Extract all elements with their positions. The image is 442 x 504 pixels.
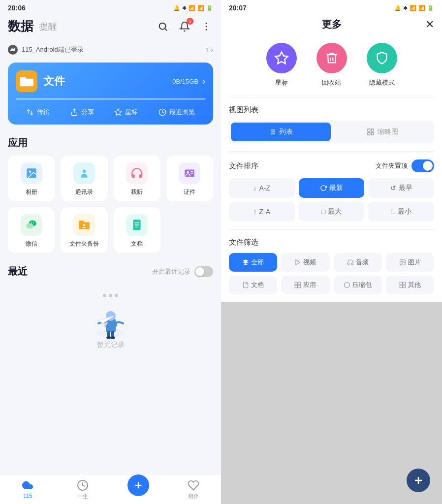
view-tab-list[interactable]: 列表 xyxy=(231,123,331,141)
app-item-album[interactable]: 相册 xyxy=(8,156,55,201)
transfer-button[interactable]: 传输 xyxy=(26,108,50,117)
filter-audio[interactable]: 音频 xyxy=(334,253,382,272)
app-item-id[interactable]: 证件 xyxy=(166,156,213,201)
empty-illustration xyxy=(89,301,133,341)
trash-more-label: 回收站 xyxy=(322,78,341,87)
left-status-icons: 🔔 ✱ 📶 📶 🔋 xyxy=(173,5,213,11)
more-icons-row: 星标 回收站 隐藏模式 xyxy=(221,39,442,97)
app-item-folder-backup[interactable]: 文件夹备份 xyxy=(61,207,107,253)
share-button[interactable]: 分享 xyxy=(70,108,94,117)
view-tab-thumb[interactable]: 缩略图 xyxy=(333,123,433,141)
filter-all[interactable]: 全部 xyxy=(229,253,277,272)
sort-largest[interactable]: □ 最大 xyxy=(299,202,365,221)
svg-point-3 xyxy=(206,26,207,27)
video-icon xyxy=(294,259,301,266)
search-button[interactable] xyxy=(156,20,170,33)
clock-icon xyxy=(77,479,89,491)
view-section: 视图列表 列表 缩略图 xyxy=(221,105,442,151)
right-status-time: 20:07 xyxy=(229,4,247,12)
svg-rect-39 xyxy=(368,129,370,131)
id-label: 证件 xyxy=(184,188,195,196)
app-item-docs[interactable]: 文档 xyxy=(114,207,160,253)
filter-title: 文件筛选 xyxy=(229,238,434,247)
sort-oldest[interactable]: ↺ 最早 xyxy=(368,178,434,198)
star-button[interactable]: 星标 xyxy=(114,108,138,117)
svg-rect-41 xyxy=(368,132,370,135)
view-tabs: 列表 缩略图 xyxy=(229,121,434,143)
nav-item-life[interactable]: 一生 xyxy=(55,479,110,500)
app-item-contacts[interactable]: 通讯录 xyxy=(61,156,107,201)
folder-icon xyxy=(16,70,37,92)
file-title: 文件 xyxy=(43,74,172,89)
filter-video[interactable]: 视频 xyxy=(281,253,329,272)
fab-plus-button[interactable] xyxy=(407,469,430,492)
folder-top-toggle[interactable] xyxy=(411,159,434,172)
file-actions: 传输 分享 星标 最近浏览 xyxy=(16,108,205,117)
nav-item-partner[interactable]: 相伴 xyxy=(166,479,221,500)
heart-icon xyxy=(188,479,199,491)
hidden-more-icon xyxy=(367,43,397,73)
sort-smallest[interactable]: □ 最小 xyxy=(368,202,434,221)
svg-rect-42 xyxy=(371,132,374,135)
filter-image[interactable]: 图片 xyxy=(386,253,434,272)
svg-marker-32 xyxy=(275,52,287,64)
filter-section: 文件筛选 全部 视频 音频 xyxy=(221,238,442,302)
svg-point-4 xyxy=(206,29,207,31)
other-icon xyxy=(399,282,406,288)
svg-rect-47 xyxy=(298,282,301,284)
recent-toggle[interactable] xyxy=(194,266,213,277)
list-icon xyxy=(268,128,276,136)
divider-2 xyxy=(229,151,434,152)
empty-dots xyxy=(103,294,118,297)
grid-icon xyxy=(367,128,375,136)
nav-item-115[interactable]: 115 xyxy=(0,479,55,500)
filter-doc[interactable]: 文档 xyxy=(229,276,277,294)
more-menu-button[interactable] xyxy=(199,20,213,33)
right-header-title: 更多 xyxy=(322,18,342,31)
svg-marker-6 xyxy=(115,109,122,115)
recent-browse-button[interactable]: 最近浏览 xyxy=(158,108,195,117)
folder-top-label: 文件夹置顶 xyxy=(376,161,408,170)
toggle-knob xyxy=(195,267,204,276)
filter-app[interactable]: 应用 xyxy=(281,276,329,294)
sort-za[interactable]: ↑ Z-A xyxy=(229,202,295,221)
docs-label: 文档 xyxy=(131,240,143,248)
fab-plus-icon xyxy=(412,474,424,486)
filter-other[interactable]: 其他 xyxy=(386,276,434,294)
header-icons-group: 1 xyxy=(156,20,213,33)
app-item-listen[interactable]: 我听 xyxy=(114,156,160,201)
sort-newest[interactable]: 最新 xyxy=(299,178,365,198)
notification-button[interactable]: 1 xyxy=(178,20,191,33)
divider-1 xyxy=(229,97,434,97)
star-more-item[interactable]: 星标 xyxy=(266,43,297,87)
sort-title: 文件排序 xyxy=(229,161,376,171)
empty-text: 暂无记录 xyxy=(97,341,125,349)
svg-point-9 xyxy=(83,169,86,173)
filter-zip[interactable]: 压缩包 xyxy=(334,276,382,294)
svg-point-11 xyxy=(187,171,189,173)
svg-rect-40 xyxy=(371,129,374,131)
hidden-more-item[interactable]: 隐藏模式 xyxy=(367,43,397,87)
sort-az[interactable]: ↓ A-Z xyxy=(229,178,295,198)
login-notification[interactable]: 115_Android端已登录 1 › xyxy=(0,41,221,59)
nav-label-life: 一生 xyxy=(77,493,88,500)
app-icon xyxy=(294,282,301,288)
refresh-icon xyxy=(320,185,327,191)
trash-more-item[interactable]: 回收站 xyxy=(316,43,347,87)
nav-item-plus[interactable] xyxy=(111,479,166,500)
cloud-icon xyxy=(22,479,33,491)
file-card[interactable]: 文件 0B/15GB › 传输 分享 xyxy=(8,63,213,125)
svg-rect-48 xyxy=(295,285,298,288)
left-header: 数据 提醒 1 xyxy=(0,14,221,41)
right-header: 更多 ✕ xyxy=(221,14,442,39)
view-section-title: 视图列表 xyxy=(229,105,434,115)
app-item-wechat[interactable]: 微信 xyxy=(8,207,55,253)
file-card-top: 文件 0B/15GB › xyxy=(16,70,205,92)
trash-more-icon xyxy=(316,43,347,73)
view-tab-thumb-label: 缩略图 xyxy=(378,127,398,136)
empty-state: 暂无记录 xyxy=(0,284,221,474)
close-button[interactable]: ✕ xyxy=(425,18,434,31)
notif-arrow-icon: › xyxy=(211,46,213,54)
plus-fab[interactable] xyxy=(127,474,149,496)
svg-point-45 xyxy=(401,261,402,262)
